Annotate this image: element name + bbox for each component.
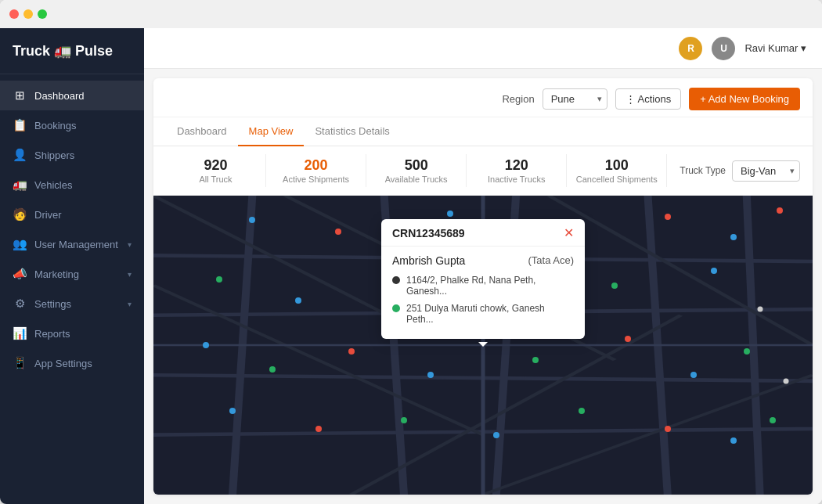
map-dot-28[interactable] — [665, 426, 671, 432]
svg-line-11 — [549, 196, 813, 345]
sidebar-icon-vehicles: 🚛 — [13, 178, 27, 192]
sidebar-label-settings: Settings — [34, 298, 120, 310]
minimize-button[interactable] — [23, 9, 33, 19]
map-dot-8[interactable] — [295, 297, 301, 304]
map-dot-7[interactable] — [216, 276, 222, 283]
map-dot-4[interactable] — [665, 214, 671, 220]
map-dot-27[interactable] — [579, 408, 585, 414]
stat-all-truck: 920 All Truck — [166, 154, 266, 187]
avatar-secondary: R — [679, 37, 702, 60]
to-dot — [392, 304, 400, 312]
stat-available-trucks: 500 Available Trucks — [366, 154, 467, 187]
to-address-text: 251 Dulya Maruti chowk, Ganesh Peth... — [406, 303, 574, 325]
map-dot-20[interactable] — [690, 372, 697, 378]
map-dot-30[interactable] — [770, 417, 776, 423]
stat-value-cancelled-shipments: 100 — [573, 157, 660, 174]
map-dot-24[interactable] — [315, 426, 322, 432]
sidebar-label-user-management: User Management — [34, 239, 120, 250]
tab-map-view[interactable]: Map View — [238, 117, 305, 146]
map-dot-13[interactable] — [757, 307, 763, 312]
sidebar-label-marketing: Marketing — [34, 268, 120, 280]
popup-crn: CRN12345689 — [392, 227, 465, 239]
chevron-icon: ▾ — [128, 300, 132, 308]
popup-close-button[interactable]: ✕ — [564, 227, 574, 239]
stat-inactive-trucks: 120 Inactive Trucks — [467, 154, 567, 187]
maximize-button[interactable] — [38, 9, 47, 19]
chevron-icon: ▾ — [128, 240, 132, 249]
from-address-text: 1164/2, Phalke Rd, Nana Peth, Ganesh... — [406, 275, 574, 297]
map-dot-14[interactable] — [203, 342, 209, 348]
sidebar-icon-user-management: 👥 — [13, 237, 27, 251]
sidebar-item-driver[interactable]: 🧑 Driver — [0, 200, 144, 229]
sidebar-item-marketing[interactable]: 📣 Marketing ▾ — [0, 259, 144, 289]
popup-driver-name: Ambrish Gupta — [392, 254, 465, 267]
sidebar-item-shippers[interactable]: 👤 Shippers — [0, 140, 144, 170]
sidebar-icon-dashboard: ⊞ — [13, 88, 27, 103]
map-dot-16[interactable] — [348, 348, 355, 355]
sidebar-item-settings[interactable]: ⚙ Settings ▾ — [0, 289, 144, 319]
tab-statistics[interactable]: Statistics Details — [304, 117, 400, 146]
map-dot-2[interactable] — [447, 211, 453, 217]
map-dot-15[interactable] — [269, 366, 276, 373]
map-dot-6[interactable] — [777, 207, 783, 214]
popup-to-address: 251 Dulya Maruti chowk, Ganesh Peth... — [392, 303, 574, 325]
map-dot-1[interactable] — [335, 229, 341, 235]
map-dot-0[interactable] — [249, 217, 255, 223]
sidebar-icon-app-settings: 📱 — [13, 356, 27, 370]
map-dot-18[interactable] — [532, 357, 539, 363]
sidebar-item-dashboard[interactable]: ⊞ Dashboard — [0, 81, 144, 110]
sidebar-nav: ⊞ Dashboard 📋 Bookings 👤 Shippers 🚛 Vehi… — [0, 74, 144, 504]
add-booking-button[interactable]: + Add New Booking — [689, 88, 800, 110]
truck-type-select[interactable]: Big-VanMini-VanTruck — [732, 160, 800, 182]
truck-type-select-wrapper: Big-VanMini-VanTruck — [732, 160, 800, 182]
truck-type-group: Truck Type Big-VanMini-VanTruck — [667, 160, 800, 182]
sidebar-label-dashboard: Dashboard — [34, 90, 132, 102]
sidebar-label-vehicles: Vehicles — [34, 179, 132, 191]
actions-button[interactable]: ⋮ Actions — [615, 88, 682, 110]
stat-label-active-shipments: Active Shipments — [272, 175, 359, 184]
sidebar-label-shippers: Shippers — [34, 149, 132, 161]
truck-type-label: Truck Type — [680, 165, 726, 176]
sidebar-item-app-settings[interactable]: 📱 App Settings — [0, 348, 144, 378]
region-select[interactable]: Pune Mumbai Delhi — [543, 88, 607, 110]
content-panel: Region Pune Mumbai Delhi ⋮ Actions + Add… — [153, 78, 813, 495]
chevron-icon: ▾ — [128, 270, 132, 279]
sidebar-icon-settings: ⚙ — [13, 297, 27, 311]
avatar-primary: U — [712, 37, 735, 60]
app-window: Truck 🚛 Pulse ⊞ Dashboard 📋 Bookings 👤 S… — [0, 0, 822, 504]
from-dot — [392, 276, 400, 284]
map-dot-11[interactable] — [611, 283, 618, 289]
map-dot-29[interactable] — [730, 437, 737, 444]
map-dot-19[interactable] — [625, 336, 631, 342]
popup-from-address: 1164/2, Phalke Rd, Nana Peth, Ganesh... — [392, 275, 574, 297]
stat-value-active-shipments: 200 — [272, 157, 359, 174]
map-dot-5[interactable] — [730, 234, 737, 240]
popup-header: CRN12345689 ✕ — [381, 219, 585, 247]
stat-active-shipments: 200 Active Shipments — [266, 154, 366, 187]
sidebar-label-app-settings: App Settings — [34, 358, 132, 369]
user-name[interactable]: Ravi Kumar ▾ — [744, 42, 806, 54]
sidebar-item-vehicles[interactable]: 🚛 Vehicles — [0, 170, 144, 200]
sidebar-icon-driver: 🧑 — [13, 207, 27, 221]
map-dot-25[interactable] — [401, 417, 407, 423]
stats-bar: 920 All Truck 200 Active Shipments 500 A… — [153, 146, 813, 196]
stat-cancelled-shipments: 100 Cancelled Shipments — [567, 154, 667, 187]
stat-label-available-trucks: Available Trucks — [373, 175, 460, 184]
close-button[interactable] — [9, 9, 19, 19]
region-select-wrapper: Pune Mumbai Delhi — [543, 88, 607, 110]
tab-dashboard[interactable]: Dashboard — [166, 117, 238, 146]
sidebar-item-bookings[interactable]: 📋 Bookings — [0, 110, 144, 140]
sidebar-item-user-management[interactable]: 👥 User Management ▾ — [0, 229, 144, 259]
popup-body: Ambrish Gupta (Tata Ace) 1164/2, Phalke … — [381, 247, 585, 339]
map-dot-21[interactable] — [744, 348, 750, 355]
map-dot-12[interactable] — [711, 268, 717, 274]
logo-text: Truck 🚛 Pulse — [13, 42, 113, 59]
region-label: Region — [502, 93, 534, 105]
map-dot-23[interactable] — [229, 408, 236, 414]
map-dot-26[interactable] — [493, 432, 499, 438]
map-dot-17[interactable] — [427, 372, 434, 378]
sidebar-item-reports[interactable]: 📊 Reports — [0, 319, 144, 348]
add-booking-label: + Add New Booking — [700, 93, 789, 105]
map-dot-22[interactable] — [784, 378, 789, 383]
stat-value-all-truck: 920 — [172, 157, 259, 174]
